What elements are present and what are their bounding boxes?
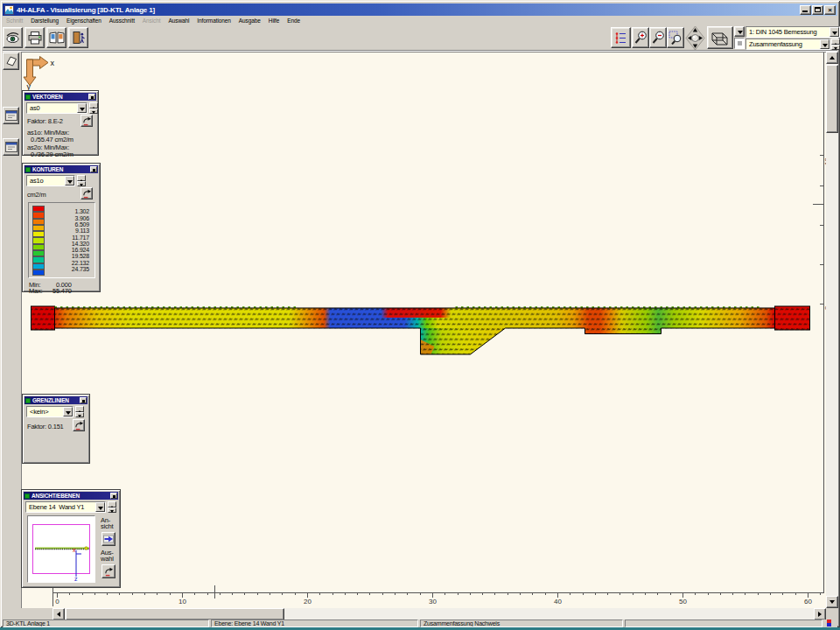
exit-door-icon (72, 32, 86, 44)
menu-item-hilfe[interactable]: Hilfe (269, 18, 280, 24)
result-combo[interactable]: Zusammenfassung (746, 38, 830, 50)
zoom-in-button[interactable] (632, 27, 649, 48)
horizontal-scroll-thumb[interactable] (66, 608, 284, 620)
svg-text:10: 10 (178, 598, 186, 606)
konturen-apply-button[interactable] (80, 187, 93, 200)
konturen-combo-value: as1o (27, 177, 65, 185)
menu-item-ausschnitt[interactable]: Ausschnitt (109, 18, 135, 24)
view-3d-selector (734, 26, 745, 49)
ebene-spin-down[interactable] (108, 508, 116, 514)
konturen-close-button[interactable] (90, 166, 97, 172)
konturen-spin-down[interactable] (77, 181, 86, 187)
konturen-combo-dropdown-icon[interactable] (65, 176, 74, 186)
vektoren-close-button[interactable] (88, 94, 95, 100)
ebene-preview[interactable]: x z (27, 515, 95, 583)
plane-3d-icon (5, 55, 18, 67)
grenzlinien-palette-titlebar[interactable]: GRENZLINIEN (24, 396, 88, 404)
konturen-spinner[interactable] (77, 175, 86, 186)
auswahl-button[interactable] (102, 564, 116, 578)
zoom-in-icon (634, 31, 648, 45)
vektoren-spinner[interactable] (89, 102, 98, 114)
menu-item-eigenschaften[interactable]: Eigenschaften (66, 18, 102, 24)
maximize-button[interactable] (812, 5, 823, 15)
ansicht-palette-titlebar[interactable]: ANSICHT/EBENEN (24, 492, 118, 500)
report-button[interactable] (46, 27, 66, 48)
status-extra (625, 620, 822, 627)
scale-value-6: 16.924 (72, 247, 89, 253)
design-code-combo[interactable]: 1: DIN 1045 Bemessung (746, 26, 840, 38)
scroll-right-button[interactable] (814, 608, 826, 620)
menu-item-ausgabe[interactable]: Ausgabe (239, 18, 261, 24)
grenzlinien-spin-down[interactable] (75, 412, 84, 418)
vektoren-faktor-label: Faktor: 8.E-2 (27, 117, 63, 125)
scroll-left-button[interactable] (52, 608, 65, 620)
design-code-dropdown-icon[interactable] (830, 27, 839, 37)
ansicht-button[interactable] (102, 532, 116, 546)
result-spinner[interactable] (831, 38, 840, 50)
ebene-combo[interactable]: Ebene 14 Wand Y1 (25, 501, 106, 513)
grenzlinien-apply-button[interactable] (73, 419, 85, 431)
menu-item-ansicht[interactable]: Ansicht (143, 18, 161, 24)
bottom-ruler (53, 580, 824, 606)
ebene-combo-dropdown-icon[interactable] (95, 502, 105, 512)
horizontal-scrollbar[interactable] (52, 608, 826, 620)
vektoren-spin-down[interactable] (89, 108, 98, 115)
scroll-up-button[interactable] (826, 52, 838, 64)
konturen-max-value: 55.470 (52, 287, 72, 295)
vertical-scrollbar[interactable] (826, 52, 838, 608)
result-tree-button[interactable] (611, 27, 631, 48)
svg-text:40: 40 (554, 598, 562, 606)
zoom-window-button[interactable] (667, 27, 684, 48)
menu-item-schnitt[interactable]: Schnitt (6, 18, 23, 24)
view-button[interactable] (3, 27, 23, 48)
axis-arrows: x y (24, 57, 55, 91)
print-button[interactable] (24, 27, 45, 48)
scroll-down-button[interactable] (826, 596, 838, 608)
vektoren-palette: VEKTOREN as0 Faktor: 8.E-2 as1o: Min/Max… (22, 90, 99, 156)
view-3d-dropdown-button[interactable] (734, 26, 745, 37)
menu-item-informationen[interactable]: Informationen (197, 18, 230, 24)
vektoren-combo-dropdown-icon[interactable] (77, 103, 87, 113)
result-spin-down[interactable] (831, 45, 840, 51)
perspective-button[interactable] (3, 52, 19, 70)
konturen-palette-titlebar[interactable]: KONTUREN (24, 165, 98, 173)
toolbar: 1: DIN 1045 Bemessung Zusammenfassung (3, 25, 837, 51)
view-3d-button[interactable] (707, 26, 733, 49)
ebene-combo-value: Ebene 14 Wand Y1 (26, 503, 95, 511)
vektoren-apply-button[interactable] (80, 115, 93, 127)
menu-item-auswahl[interactable]: Auswahl (168, 18, 189, 24)
svg-text:z: z (74, 576, 78, 582)
ebene-spinner[interactable] (108, 501, 116, 513)
menu-item-darstellung[interactable]: Darstellung (31, 18, 59, 24)
minimize-button[interactable] (800, 5, 811, 15)
menu-item-ende[interactable]: Ende (287, 18, 300, 24)
ansicht-close-button[interactable] (110, 493, 117, 499)
menu-bar: Schnitt Darstellung Eigenschaften Aussch… (3, 16, 837, 25)
zoom-window-icon (668, 31, 682, 45)
axis-x-label: x (51, 59, 55, 67)
scale-value-2: 6.509 (74, 221, 89, 228)
vektoren-palette-titlebar[interactable]: VEKTOREN (24, 93, 96, 101)
apply-arrow-icon (104, 567, 114, 577)
result-combo-dropdown-icon[interactable] (820, 39, 830, 49)
apply-arrow-icon (82, 116, 92, 126)
close-button[interactable]: × (824, 5, 836, 15)
grenzlinien-combo-dropdown-icon[interactable] (63, 407, 73, 416)
pan-control[interactable] (685, 25, 705, 51)
exit-button[interactable] (68, 27, 88, 48)
auswahl-button-label: Aus-wahl (101, 550, 114, 562)
scale-value-9: 24.735 (72, 266, 89, 272)
grenzlinien-close-button[interactable] (80, 397, 87, 403)
palette-toggle-2[interactable] (3, 138, 19, 156)
main-canvas[interactable]: x y (21, 52, 826, 608)
zoom-out-button[interactable] (649, 27, 667, 48)
vertical-scroll-thumb[interactable] (826, 65, 838, 133)
axis-y-label: y (27, 82, 32, 91)
grenzlinien-combo[interactable]: <kein> (26, 406, 74, 417)
grenzlinien-spinner[interactable] (75, 406, 84, 417)
palette-toggle-1[interactable] (3, 107, 19, 124)
scale-value-0: 1.302 (74, 208, 89, 214)
status-icon (826, 620, 833, 627)
konturen-combo[interactable]: as1o (26, 175, 75, 186)
vektoren-combo[interactable]: as0 (26, 102, 88, 114)
